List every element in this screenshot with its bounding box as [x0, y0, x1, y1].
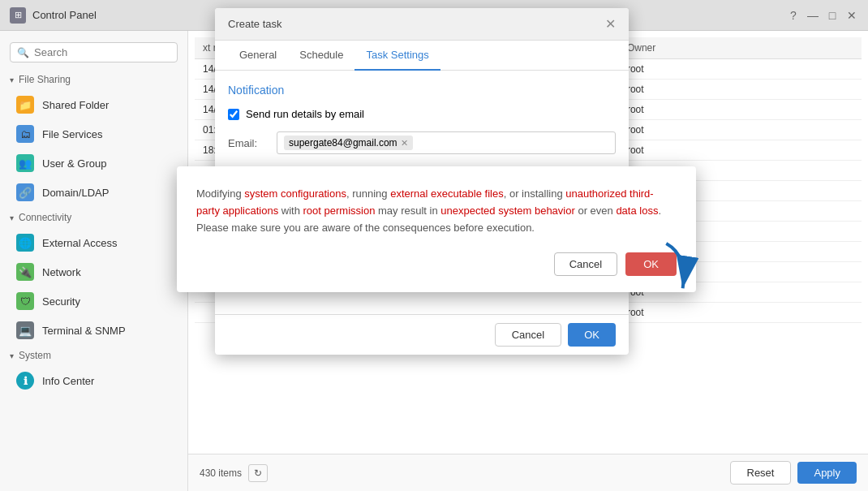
tab-schedule[interactable]: Schedule [288, 41, 355, 71]
bottom-buttons: Reset Apply [730, 461, 857, 485]
email-row: Email: supergate84@gmail.com ✕ [228, 131, 616, 154]
dialog-cancel-button[interactable]: Cancel [495, 323, 561, 347]
search-input[interactable] [34, 46, 170, 58]
send-details-row: Send run details by email [228, 108, 616, 120]
warning-text: Modifying system configurations, running… [196, 186, 677, 236]
chevron-down-icon-2: ▾ [10, 213, 14, 222]
sidebar-item-file-services-label: File Services [42, 128, 102, 140]
security-icon: 🛡 [16, 292, 34, 310]
info-center-icon: ℹ [16, 372, 34, 390]
reset-button[interactable]: Reset [730, 461, 792, 485]
cell-owner: root [619, 120, 862, 140]
sidebar-item-network-label: Network [42, 266, 81, 278]
section-system[interactable]: ▾ System [0, 345, 187, 366]
send-details-label: Send run details by email [246, 108, 364, 120]
sidebar-item-network[interactable]: 🔌 Network [0, 257, 187, 286]
warning-dialog: Modifying system configurations, running… [177, 166, 696, 292]
bottom-bar: 430 items ↻ Reset Apply [188, 454, 868, 491]
file-services-icon: 🗂 [16, 125, 34, 143]
terminal-snmp-icon: 💻 [16, 321, 34, 339]
warning-highlight-6: data loss [616, 205, 658, 217]
sidebar: 🔍 ▾ File Sharing 📁 Shared Folder 🗂 File … [0, 31, 188, 491]
user-group-icon: 👥 [16, 154, 34, 172]
sidebar-item-security[interactable]: 🛡 Security [0, 286, 187, 316]
dialog-ok-button[interactable]: OK [568, 323, 616, 347]
network-icon: 🔌 [16, 263, 34, 281]
sidebar-item-user-group-label: User & Group [42, 157, 106, 170]
section-file-sharing-label: File Sharing [19, 74, 71, 85]
dialog-tabs: General Schedule Task Settings [215, 41, 629, 71]
tab-task-settings[interactable]: Task Settings [355, 41, 440, 71]
dialog-header: Create task ✕ [215, 8, 629, 41]
maximize-button[interactable]: □ [826, 9, 839, 22]
dialog-title: Create task [228, 18, 281, 30]
email-input-box[interactable]: supergate84@gmail.com ✕ [277, 131, 616, 154]
sidebar-item-shared-folder-label: Shared Folder [42, 99, 109, 111]
title-bar-controls: ? — □ ✕ [787, 9, 858, 22]
sidebar-item-info-center-label: Info Center [42, 375, 94, 387]
send-details-checkbox[interactable] [228, 109, 239, 120]
sidebar-item-terminal-snmp-label: Terminal & SNMP [42, 325, 126, 337]
external-access-icon: 🌐 [16, 234, 34, 252]
sidebar-item-security-label: Security [42, 295, 80, 308]
shared-folder-icon: 📁 [16, 96, 34, 114]
section-connectivity[interactable]: ▾ Connectivity [0, 207, 187, 228]
help-button[interactable]: ? [787, 9, 800, 22]
cell-owner: root [619, 59, 862, 80]
warning-highlight-1: system configurations [244, 187, 346, 200]
sidebar-item-terminal-snmp[interactable]: 💻 Terminal & SNMP [0, 316, 187, 345]
sidebar-item-external-access[interactable]: 🌐 External Access [0, 228, 187, 257]
section-file-sharing[interactable]: ▾ File Sharing [0, 69, 187, 90]
sidebar-item-domain-ldap-label: Domain/LDAP [42, 187, 109, 199]
chevron-down-icon-3: ▾ [10, 351, 14, 360]
sidebar-item-file-services[interactable]: 🗂 File Services [0, 119, 187, 149]
cell-owner: root [619, 140, 862, 161]
apply-button[interactable]: Apply [797, 462, 857, 484]
item-count: 430 items [200, 467, 242, 479]
refresh-button[interactable]: ↻ [248, 464, 268, 482]
warning-highlight-5: unexpected system behavior [440, 205, 574, 217]
cell-owner: root [619, 80, 862, 100]
dialog-close-button[interactable]: ✕ [605, 16, 616, 32]
col-owner[interactable]: Owner [619, 37, 862, 59]
email-tag: supergate84@gmail.com ✕ [284, 136, 413, 150]
sidebar-item-external-access-label: External Access [42, 237, 118, 249]
search-box[interactable]: 🔍 [10, 42, 178, 62]
search-icon: 🔍 [17, 47, 29, 58]
notification-title: Notification [228, 84, 616, 97]
warning-highlight-4: root permission [303, 205, 376, 217]
dialog-footer: Cancel OK [215, 314, 629, 355]
email-tag-close-icon[interactable]: ✕ [401, 138, 408, 149]
sidebar-item-shared-folder[interactable]: 📁 Shared Folder [0, 90, 187, 119]
app-icon: ⊞ [10, 7, 26, 24]
sidebar-item-domain-ldap[interactable]: 🔗 Domain/LDAP [0, 178, 187, 207]
email-value: supergate84@gmail.com [289, 137, 397, 149]
sidebar-item-info-center[interactable]: ℹ Info Center [0, 366, 187, 395]
section-system-label: System [19, 350, 51, 361]
cell-owner: root [619, 100, 862, 120]
tab-general[interactable]: General [228, 41, 288, 71]
email-label: Email: [228, 137, 269, 149]
minimize-button[interactable]: — [806, 9, 819, 22]
warning-footer: Cancel OK [196, 252, 677, 276]
domain-ldap-icon: 🔗 [16, 183, 34, 201]
warning-cancel-button[interactable]: Cancel [554, 252, 617, 276]
cell-owner: root [619, 303, 862, 323]
chevron-down-icon: ▾ [10, 75, 14, 84]
warning-highlight-2: external executable files [390, 187, 503, 200]
section-connectivity-label: Connectivity [19, 212, 71, 223]
sidebar-item-user-group[interactable]: 👥 User & Group [0, 149, 187, 178]
close-button[interactable]: ✕ [845, 9, 858, 22]
